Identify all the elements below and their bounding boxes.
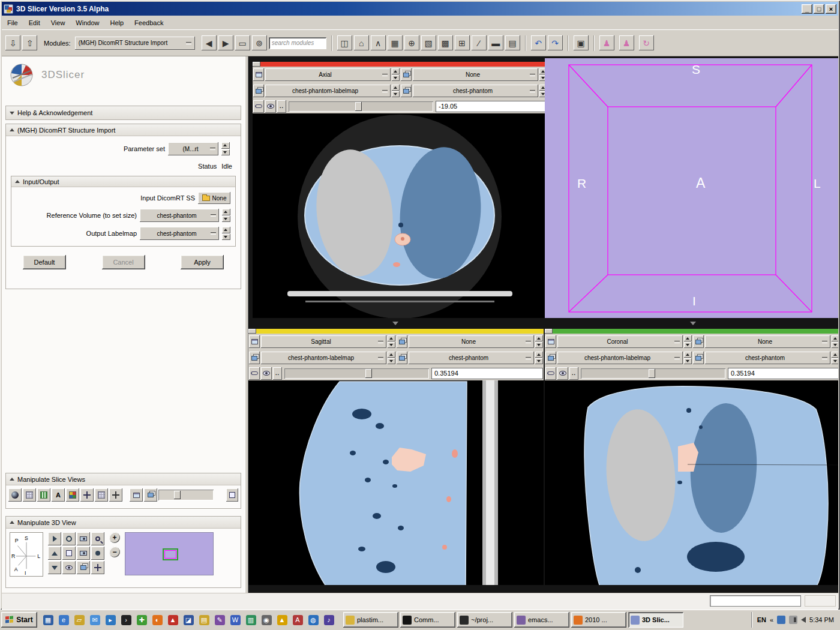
coronal-labelmap-spinner[interactable] — [684, 352, 692, 364]
tables-module-icon[interactable]: ▤ — [505, 35, 520, 50]
coronal-slice-image[interactable] — [545, 380, 838, 585]
coronal-background-dropdown[interactable]: chest-phantom — [705, 352, 830, 364]
tray-chevron[interactable]: « — [770, 616, 773, 623]
sagittal-foreground-icon[interactable] — [397, 335, 407, 348]
sagittal-foreground-dropdown[interactable]: None — [409, 335, 534, 348]
redo-icon[interactable]: ↷ — [548, 35, 563, 50]
axial-foreground-icon[interactable] — [401, 68, 412, 81]
axial-background-icon[interactable] — [401, 85, 412, 97]
zoom-in-view-icon[interactable] — [48, 547, 61, 560]
output-labelmap-dropdown[interactable]: chest-phantom — [140, 227, 219, 240]
sagittal-background-icon[interactable] — [397, 352, 407, 364]
coronal-foreground-icon[interactable] — [693, 335, 704, 348]
user-pink-icon[interactable]: ♟ — [599, 35, 614, 50]
data-module-icon[interactable]: ▩ — [438, 35, 453, 50]
sagittal-pin-button[interactable] — [248, 329, 256, 334]
coronal-labelmap-icon[interactable] — [545, 352, 556, 364]
sagittal-expand-button[interactable]: .. — [273, 367, 282, 380]
menu-item[interactable]: Edit — [23, 17, 46, 28]
output-labelmap-spinner[interactable] — [222, 227, 230, 240]
axial-visibility-icon[interactable] — [265, 100, 276, 113]
orientation-axes-widget[interactable]: P S R L I A — [10, 532, 43, 577]
ql-font-icon[interactable]: A — [290, 613, 305, 627]
editor-module-icon[interactable]: ⊞ — [455, 35, 470, 50]
task-slicer[interactable]: 3D Slic... — [628, 612, 683, 628]
reference-volume-dropdown[interactable]: chest-phantom — [140, 209, 219, 222]
find-modules-icon[interactable]: ◫ — [337, 35, 352, 50]
coronal-orientation-dropdown[interactable]: Coronal — [557, 335, 683, 348]
axial-background-dropdown[interactable]: chest-phantom — [413, 85, 538, 97]
task-command-prompt[interactable]: Comm... — [400, 612, 455, 628]
ql-player-icon[interactable]: ♪ — [322, 613, 336, 627]
models-module-icon[interactable]: ▧ — [421, 35, 436, 50]
load-scene-icon[interactable]: ⇩ — [5, 35, 20, 50]
colors-module-icon[interactable]: ▬ — [488, 35, 503, 50]
apply-button[interactable]: Apply — [181, 255, 224, 269]
slice-views-header[interactable]: Manipulate Slice Views — [6, 473, 241, 485]
ql-word-icon[interactable]: W — [228, 613, 242, 627]
stereo-icon[interactable] — [77, 561, 90, 574]
parameter-set-spinner[interactable] — [221, 142, 230, 155]
annotation-icon[interactable]: A — [52, 488, 65, 502]
coronal-link-icon[interactable] — [545, 367, 556, 380]
menu-item[interactable]: Feedback — [129, 17, 169, 28]
ql-ie-icon[interactable]: e — [56, 613, 71, 627]
rock-view-icon[interactable] — [62, 532, 76, 545]
search-modules-input[interactable] — [269, 37, 326, 49]
coronal-visibility-icon[interactable] — [557, 367, 568, 380]
splitter-handle[interactable] — [690, 322, 696, 325]
axial-orientation-dropdown[interactable]: Axial — [265, 68, 391, 81]
view3d-panel[interactable]: S R L I A — [545, 58, 838, 318]
single-layout-icon[interactable] — [130, 488, 143, 502]
axial-labelmap-dropdown[interactable]: chest-phantom-labelmap — [265, 85, 391, 97]
coronal-expand-button[interactable]: .. — [569, 367, 578, 380]
ql-firefox-icon[interactable]: ◐ — [150, 613, 164, 627]
fit-slices-icon[interactable] — [23, 488, 36, 502]
tray-network-icon[interactable] — [777, 616, 785, 624]
default-button[interactable]: Default — [23, 255, 66, 269]
coronal-foreground-spinner[interactable] — [832, 335, 838, 348]
axial-labelmap-spinner[interactable] — [392, 85, 400, 97]
ql-camera-icon[interactable]: ◉ — [259, 613, 274, 627]
measurements-module-icon[interactable]: ∧ — [371, 35, 386, 50]
language-indicator[interactable]: EN — [757, 616, 766, 623]
sagittal-orientation-bar[interactable] — [256, 329, 544, 334]
spin-view-icon[interactable] — [48, 532, 61, 545]
coronal-slice-offset-field[interactable]: 0.35194 — [728, 368, 838, 379]
axial-slice-image[interactable] — [253, 113, 548, 318]
cancel-button[interactable]: Cancel — [102, 255, 145, 269]
sagittal-labelmap-icon[interactable] — [249, 352, 260, 364]
modules-dropdown[interactable]: (MGH) DicomRT Structure Import — [75, 37, 195, 50]
ql-acrobat-icon[interactable]: ▲ — [166, 613, 180, 627]
ql-globe-icon[interactable]: ◍ — [306, 613, 320, 627]
visibility-3d-icon[interactable] — [62, 561, 76, 574]
menu-item[interactable]: File — [2, 17, 23, 28]
coronal-background-spinner[interactable] — [832, 352, 838, 364]
task-terminal[interactable]: ~/proj... — [457, 612, 512, 628]
compare-layout-icon[interactable] — [66, 488, 79, 502]
slice-visibility-icon[interactable] — [8, 488, 22, 502]
axial-pin-button[interactable] — [253, 62, 260, 67]
module-settings-icon[interactable]: ⊚ — [252, 35, 267, 50]
axial-menu-icon[interactable] — [253, 68, 264, 81]
save-scene-icon[interactable]: ⇧ — [22, 35, 37, 50]
sync-views-icon[interactable]: ↻ — [639, 35, 654, 50]
sagittal-background-dropdown[interactable]: chest-phantom — [409, 352, 534, 364]
screenshot-icon[interactable]: ▣ — [574, 35, 589, 50]
ql-chart-icon[interactable]: ▥ — [244, 613, 258, 627]
grid-toggle-icon[interactable] — [95, 488, 108, 502]
fiducials-module-icon[interactable]: ⊕ — [404, 35, 419, 50]
tray-clock[interactable]: 5:34 PM — [809, 616, 834, 623]
sagittal-slice-image[interactable] — [248, 380, 544, 585]
user-blue-icon[interactable]: ♟ — [619, 35, 634, 50]
home-module-icon[interactable]: ⌂ — [354, 35, 369, 50]
module-back-icon[interactable]: ◀ — [202, 35, 217, 50]
ql-warning-icon[interactable]: ▲ — [275, 613, 289, 627]
ql-paint-icon[interactable]: ✎ — [212, 613, 227, 627]
dolly-icon[interactable] — [91, 547, 104, 560]
coronal-orientation-spinner[interactable] — [684, 335, 692, 348]
sagittal-foreground-spinner[interactable] — [535, 335, 543, 348]
input-dicomrt-file-button[interactable]: None — [198, 192, 230, 204]
sagittal-visibility-icon[interactable] — [261, 367, 272, 380]
task-emacs[interactable]: emacs... — [514, 612, 569, 628]
